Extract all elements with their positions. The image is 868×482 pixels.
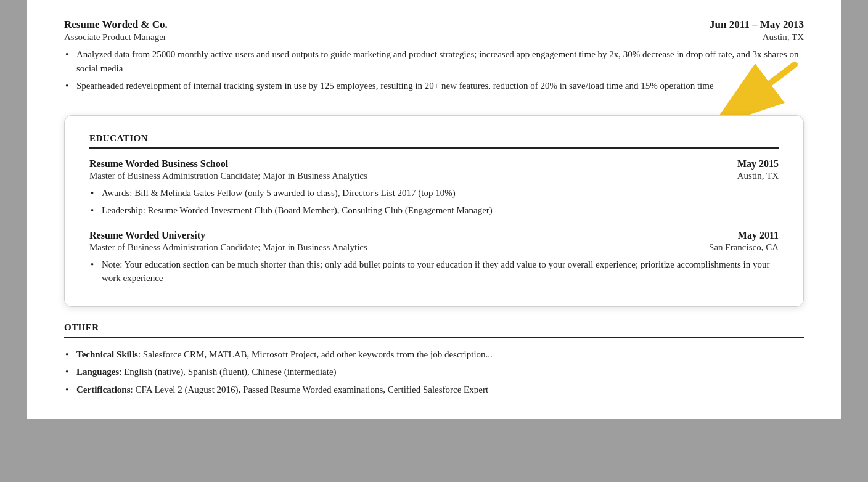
- languages-label: Languages: [76, 367, 119, 377]
- school-2-bullets: Note: Your education section can be much…: [89, 258, 779, 285]
- languages-text: : English (native), Spanish (fluent), Ch…: [119, 367, 336, 377]
- school-1-bullet-2: Leadership: Resume Worded Investment Clu…: [89, 203, 779, 218]
- school-1-bullet-1: Awards: Bill & Melinda Gates Fellow (onl…: [89, 186, 779, 200]
- school-1-bullets: Awards: Bill & Melinda Gates Fellow (onl…: [89, 186, 779, 218]
- job-title-row: Associate Product Manager Austin, TX: [64, 32, 804, 43]
- other-divider: [64, 337, 804, 338]
- school-1-date: May 2015: [737, 158, 779, 170]
- other-bullet-skills: Technical Skills: Salesforce CRM, MATLAB…: [64, 348, 804, 362]
- other-section-title: OTHER: [64, 322, 804, 333]
- school-1-degree-row: Master of Business Administration Candid…: [89, 171, 779, 181]
- school-1-block: Resume Worded Business School May 2015 M…: [89, 158, 779, 218]
- school-1-degree: Master of Business Administration Candid…: [89, 171, 367, 181]
- school-2-bullet-1: Note: Your education section can be much…: [89, 258, 779, 285]
- skills-label: Technical Skills: [76, 349, 138, 359]
- work-experience-section: Resume Worded & Co. Jun 2011 – May 2013 …: [64, 18, 804, 103]
- page-background: Resume Worded & Co. Jun 2011 – May 2013 …: [0, 0, 868, 482]
- work-date-range: Jun 2011 – May 2013: [710, 18, 804, 31]
- school-2-name: Resume Worded University: [89, 230, 205, 241]
- certifications-label: Certifications: [76, 385, 130, 394]
- school-1-name: Resume Worded Business School: [89, 158, 228, 170]
- work-location: Austin, TX: [763, 32, 804, 43]
- school-2-header: Resume Worded University May 2011: [89, 230, 779, 241]
- work-bullet-2: Spearheaded redevelopment of internal tr…: [64, 79, 804, 93]
- job-title: Associate Product Manager: [64, 32, 166, 43]
- work-bullet-1: Analyzed data from 25000 monthly active …: [64, 47, 804, 75]
- certifications-text: : CFA Level 2 (August 2016), Passed Resu…: [130, 385, 488, 394]
- work-bullets: Analyzed data from 25000 monthly active …: [64, 47, 804, 93]
- resume-document: Resume Worded & Co. Jun 2011 – May 2013 …: [27, 0, 841, 419]
- education-divider: [89, 147, 779, 149]
- education-section-card: EDUCATION Resume Worded Business School …: [64, 115, 804, 307]
- other-section: OTHER Technical Skills: Salesforce CRM, …: [64, 319, 804, 397]
- school-1-location: Austin, TX: [737, 171, 779, 181]
- other-bullet-languages: Languages: English (native), Spanish (fl…: [64, 365, 804, 379]
- other-bullet-certifications: Certifications: CFA Level 2 (August 2016…: [64, 383, 804, 397]
- education-section-title: EDUCATION: [89, 133, 779, 144]
- school-2-block: Resume Worded University May 2011 Master…: [89, 230, 779, 285]
- school-1-header: Resume Worded Business School May 2015: [89, 158, 779, 170]
- school-2-location: San Francisco, CA: [709, 242, 779, 253]
- school-2-degree: Master of Business Administration Candid…: [89, 242, 367, 253]
- company-name: Resume Worded & Co.: [64, 18, 168, 31]
- skills-text: : Salesforce CRM, MATLAB, Microsoft Proj…: [138, 349, 493, 359]
- school-2-degree-row: Master of Business Administration Candid…: [89, 242, 779, 253]
- other-bullets: Technical Skills: Salesforce CRM, MATLAB…: [64, 348, 804, 397]
- school-2-date: May 2011: [738, 230, 779, 241]
- company-header-row: Resume Worded & Co. Jun 2011 – May 2013: [64, 18, 804, 31]
